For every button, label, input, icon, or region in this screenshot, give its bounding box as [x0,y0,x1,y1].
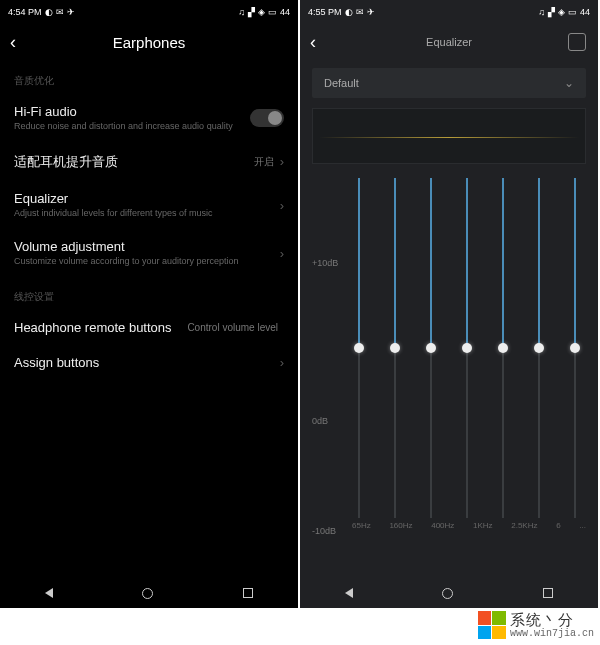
android-navbar [0,578,298,608]
freq-6k: 6 [556,521,560,530]
assign-title: Assign buttons [14,355,280,370]
battery-icon: ▭ [268,7,277,17]
db-minus-10-label: -10dB [312,526,336,536]
telegram-icon: ✈ [67,7,75,17]
wifi-icon: ◈ [558,7,565,17]
headphone-icon: ♫ [538,7,545,17]
volume-adjustment-row[interactable]: Volume adjustment Customize volume accor… [0,229,298,278]
response-line [319,137,579,138]
eq-title: Equalizer [14,191,280,206]
slider-thumb[interactable] [498,343,508,353]
android-navbar [300,578,598,608]
nav-home-icon[interactable] [142,588,153,599]
chevron-right-icon: › [280,198,284,213]
slider-thumb[interactable] [390,343,400,353]
status-time: 4:54 PM [8,7,42,17]
freq-2-5k: 2.5KHz [511,521,537,530]
battery-icon: ▭ [568,7,577,17]
vol-title: Volume adjustment [14,239,280,254]
page-title: Equalizer [300,36,598,48]
headphone-remote-row[interactable]: Headphone remote buttons Control volume … [0,310,298,345]
freq-160: 160Hz [389,521,412,530]
freq-last: ... [579,521,586,530]
freq-labels: 65Hz 160Hz 400Hz 1KHz 2.5KHz 6 ... [352,521,586,530]
nav-home-icon[interactable] [442,588,453,599]
db-zero-label: 0dB [312,416,328,426]
freq-1k: 1KHz [473,521,493,530]
adapt-headphone-row[interactable]: 适配耳机提升音质 开启 › [0,143,298,181]
messaging-icon: ✉ [56,7,64,17]
assign-buttons-row[interactable]: Assign buttons › [0,345,298,380]
eq-slider-area: +10dB 0dB -10dB 65Hz 160Hz 400Hz 1KHz 2.… [312,168,586,548]
chevron-down-icon: ⌄ [564,76,574,90]
nav-recent-icon[interactable] [543,588,553,598]
equalizer-row[interactable]: Equalizer Adjust individual levels for d… [0,181,298,230]
slider-thumb[interactable] [462,343,472,353]
chevron-right-icon: › [280,355,284,370]
equalizer-screen: 4:55 PM ◐ ✉ ✈ ♫ ▞ ◈ ▭ 44 ‹ Equalizer Def… [300,0,598,608]
section-remote: 线控设置 [0,278,298,310]
eq-slider-7[interactable] [568,178,582,518]
eq-sliders [352,178,582,518]
whatsapp-icon: ◐ [45,7,53,17]
freq-400: 400Hz [431,521,454,530]
preset-dropdown[interactable]: Default ⌄ [312,68,586,98]
adapt-value: 开启 [254,155,274,169]
nav-back-icon[interactable] [45,588,53,598]
headphone-icon: ♫ [238,7,245,17]
preset-label: Default [324,77,359,89]
hifi-title: Hi-Fi audio [14,104,250,119]
hifi-toggle[interactable] [250,109,284,127]
whatsapp-icon: ◐ [345,7,353,17]
eq-slider-400hz[interactable] [424,178,438,518]
chevron-right-icon: › [280,246,284,261]
eq-slider-6khz[interactable] [532,178,546,518]
eq-response-graph [312,108,586,164]
battery-pct: 44 [280,7,290,17]
wifi-icon: ◈ [258,7,265,17]
remote-title: Headphone remote buttons [14,320,187,335]
signal-icon: ▞ [548,7,555,17]
header: ‹ Equalizer [300,22,598,62]
eq-slider-1khz[interactable] [460,178,474,518]
status-bar: 4:54 PM ◐ ✉ ✈ ♫ ▞ ◈ ▭ 44 [0,0,298,22]
telegram-icon: ✈ [367,7,375,17]
hifi-sub: Reduce noise and distortion and increase… [14,121,250,133]
messaging-icon: ✉ [356,7,364,17]
slider-thumb[interactable] [354,343,364,353]
eq-slider-2-5khz[interactable] [496,178,510,518]
adapt-title: 适配耳机提升音质 [14,153,254,171]
nav-back-icon[interactable] [345,588,353,598]
hifi-audio-row[interactable]: Hi-Fi audio Reduce noise and distortion … [0,94,298,143]
page-title: Earphones [0,34,298,51]
header: ‹ Earphones [0,22,298,62]
status-time: 4:55 PM [308,7,342,17]
section-audio-quality: 音质优化 [0,62,298,94]
signal-icon: ▞ [248,7,255,17]
remote-value: Control volume level [187,322,278,333]
save-preset-icon[interactable] [568,33,586,51]
vol-sub: Customize volume according to your audit… [14,256,280,268]
watermark-text: 系统丶分 [510,611,574,628]
status-bar: 4:55 PM ◐ ✉ ✈ ♫ ▞ ◈ ▭ 44 [300,0,598,22]
nav-recent-icon[interactable] [243,588,253,598]
slider-thumb[interactable] [534,343,544,353]
chevron-right-icon: › [280,154,284,169]
watermark: 系统丶分 www.win7jia.cn [478,611,594,639]
slider-thumb[interactable] [570,343,580,353]
watermark-url: www.win7jia.cn [510,628,594,639]
windows-logo-icon [478,611,506,639]
freq-65: 65Hz [352,521,371,530]
slider-thumb[interactable] [426,343,436,353]
eq-slider-65hz[interactable] [352,178,366,518]
earphones-screen: 4:54 PM ◐ ✉ ✈ ♫ ▞ ◈ ▭ 44 ‹ Earphones 音质优… [0,0,298,608]
eq-slider-160hz[interactable] [388,178,402,518]
eq-sub: Adjust individual levels for different t… [14,208,280,220]
battery-pct: 44 [580,7,590,17]
db-plus-10-label: +10dB [312,258,338,268]
